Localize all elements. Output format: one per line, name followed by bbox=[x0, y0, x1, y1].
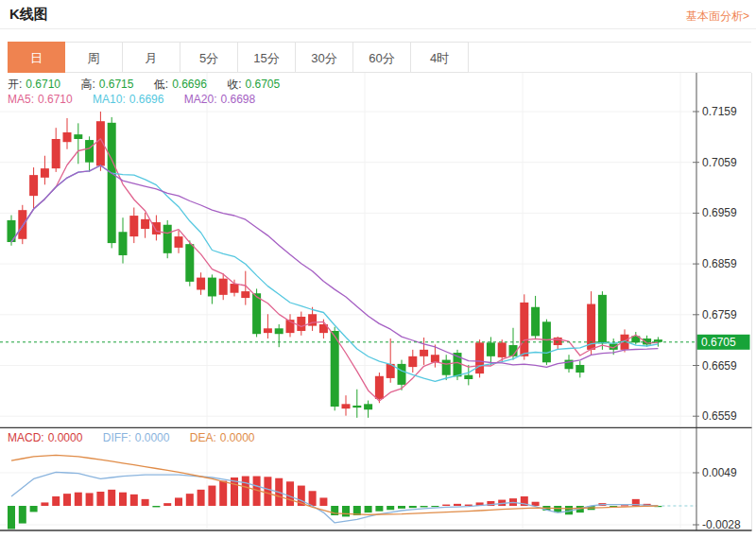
candle-body bbox=[375, 376, 384, 399]
candle-body bbox=[29, 175, 38, 196]
candle-body bbox=[152, 222, 161, 234]
macd-hist-bar bbox=[309, 491, 317, 506]
candlestick-chart-canvas[interactable]: 0.71590.70590.69590.68590.67590.66590.65… bbox=[0, 73, 756, 428]
price-axis-label: 0.6859 bbox=[702, 257, 737, 270]
macd-hist-bar bbox=[319, 497, 327, 506]
macd-hist-bar bbox=[242, 477, 249, 506]
tab-60分[interactable]: 60分 bbox=[353, 42, 411, 73]
candle-body bbox=[208, 278, 216, 297]
macd-hist-bar bbox=[532, 502, 540, 506]
macd-hist-bar bbox=[219, 481, 227, 506]
candlestick-panel: 0.71590.70590.69590.68590.67590.66590.65… bbox=[0, 73, 756, 428]
macd-hist-bar bbox=[431, 506, 438, 507]
tab-5分[interactable]: 5分 bbox=[180, 42, 238, 73]
macd-hist-bar bbox=[142, 499, 149, 506]
macd-hist-bar bbox=[52, 496, 60, 506]
candle-body bbox=[420, 350, 428, 356]
macd-hist-bar bbox=[198, 490, 205, 506]
macd-hist-bar bbox=[86, 493, 94, 506]
candle-body bbox=[141, 219, 149, 229]
current-price-badge-value: 0.6705 bbox=[701, 336, 736, 349]
macd-hist-bar bbox=[108, 490, 115, 506]
macd-hist-bar bbox=[175, 497, 182, 506]
macd-hist-bar bbox=[119, 493, 127, 506]
price-axis-label: 0.6559 bbox=[702, 409, 737, 423]
macd-panel: 0.0049-0.0028 MACD:0.0000 DIFF:0.0000 DE… bbox=[0, 428, 756, 532]
candle-body bbox=[275, 328, 284, 334]
candle-body bbox=[85, 140, 94, 163]
price-axis-label: 0.7059 bbox=[702, 156, 737, 169]
candle-body bbox=[197, 278, 205, 290]
candle-body bbox=[297, 317, 305, 331]
candle-body bbox=[252, 293, 261, 334]
candle-body bbox=[498, 342, 507, 357]
macd-hist-bar bbox=[375, 506, 383, 512]
candle-body bbox=[41, 168, 49, 178]
candle-body bbox=[108, 123, 116, 243]
macd-hist-bar bbox=[409, 506, 417, 508]
candle-body bbox=[63, 132, 72, 142]
candle-body bbox=[119, 232, 128, 255]
tab-15分[interactable]: 15分 bbox=[238, 42, 296, 73]
candle-body bbox=[264, 328, 272, 333]
macd-hist-bar bbox=[387, 506, 394, 510]
candle-body bbox=[598, 295, 607, 344]
macd-hist-bar bbox=[41, 502, 48, 506]
macd-chart-canvas[interactable]: 0.0049-0.0028 bbox=[0, 428, 756, 532]
macd-hist-bar bbox=[130, 495, 138, 506]
candle-body bbox=[163, 225, 172, 253]
macd-hist-bar bbox=[465, 505, 472, 506]
macd-hist-bar bbox=[96, 492, 104, 506]
tab-月[interactable]: 月 bbox=[123, 42, 180, 73]
tab-周[interactable]: 周 bbox=[65, 42, 123, 73]
candle-body bbox=[576, 365, 584, 373]
macd-hist-bar bbox=[208, 486, 215, 506]
macd-hist-bar bbox=[63, 494, 71, 506]
macd-hist-bar bbox=[30, 506, 38, 512]
candle-body bbox=[18, 210, 26, 239]
macd-hist-bar bbox=[621, 505, 628, 506]
macd-hist-bar bbox=[152, 506, 160, 507]
macd-hist-bar bbox=[442, 505, 450, 506]
candle-body bbox=[587, 304, 595, 350]
tab-30分[interactable]: 30分 bbox=[296, 42, 353, 73]
candle-body bbox=[398, 364, 406, 385]
candle-body bbox=[408, 356, 417, 367]
candle-body bbox=[74, 134, 82, 139]
candle-body bbox=[442, 360, 451, 375]
tab-4时[interactable]: 4时 bbox=[411, 42, 469, 73]
macd-hist-bar bbox=[264, 477, 271, 506]
candle-body bbox=[487, 342, 495, 356]
macd-hist-bar bbox=[163, 503, 171, 506]
candle-body bbox=[364, 404, 372, 409]
macd-hist-bar bbox=[398, 506, 405, 509]
macd-hist-bar bbox=[342, 506, 350, 516]
macd-hist-bar bbox=[19, 506, 26, 524]
macd-hist-bar bbox=[186, 494, 194, 506]
price-axis-label: 0.6659 bbox=[702, 359, 737, 373]
macd-hist-bar bbox=[365, 506, 372, 512]
page-header: K线图 基本面分析> bbox=[0, 0, 756, 29]
kline-page: K线图 基本面分析> 日周月5分15分30分60分4时 0.71590.7059… bbox=[0, 0, 756, 538]
tab-日[interactable]: 日 bbox=[8, 42, 65, 73]
macd-hist-bar bbox=[421, 506, 428, 507]
candle-body bbox=[531, 307, 540, 337]
macd-hist-bar bbox=[75, 493, 82, 506]
candle-body bbox=[231, 284, 239, 293]
candle-body bbox=[475, 342, 484, 373]
macd-hist-bar bbox=[454, 504, 461, 506]
candle-body bbox=[464, 375, 472, 379]
candle-body bbox=[129, 216, 138, 236]
macd-axis-label: -0.0028 bbox=[702, 518, 741, 531]
fundamental-analysis-link[interactable]: 基本面分析> bbox=[686, 9, 749, 25]
candle-body bbox=[342, 404, 351, 408]
price-axis-label: 0.6959 bbox=[702, 206, 737, 219]
candle-body bbox=[241, 291, 249, 298]
candle-body bbox=[520, 303, 528, 356]
price-axis-label: 0.7159 bbox=[702, 105, 737, 118]
candle-body bbox=[185, 244, 194, 282]
price-axis-label: 0.6759 bbox=[702, 308, 737, 321]
candle-body bbox=[175, 236, 183, 248]
macd-axis-label: 0.0049 bbox=[702, 466, 737, 479]
macd-hist-bar bbox=[8, 506, 15, 529]
